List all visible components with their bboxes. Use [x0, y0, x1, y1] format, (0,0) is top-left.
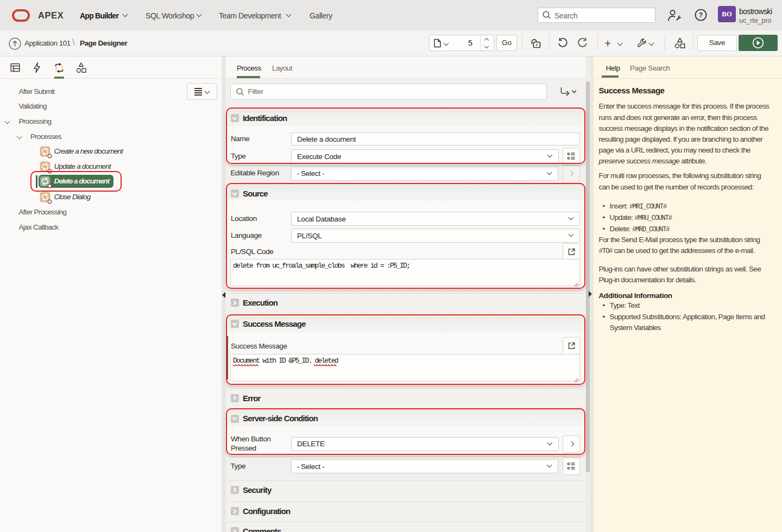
- svg-text:?: ?: [699, 11, 703, 19]
